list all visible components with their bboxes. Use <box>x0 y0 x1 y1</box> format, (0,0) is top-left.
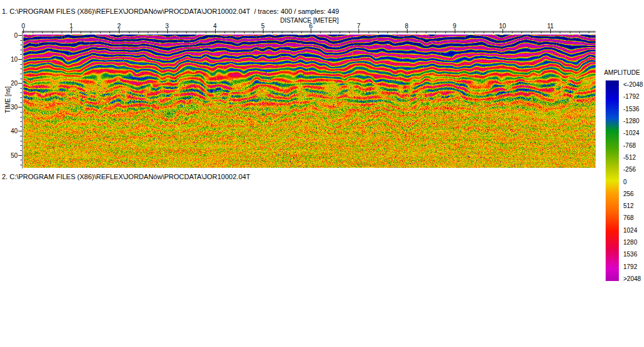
time-major-tick <box>18 59 22 60</box>
amplitude-scale-label: >2048 <box>623 275 641 282</box>
distance-major-tick <box>550 29 551 33</box>
distance-minor-tick <box>426 31 426 33</box>
distance-major-tick <box>311 29 311 33</box>
reflexw-window: 1. C:\PROGRAM FILES (X86)\REFLEX\JORDANó… <box>0 0 644 347</box>
time-minor-tick <box>20 102 22 103</box>
distance-minor-tick <box>320 31 321 33</box>
distance-minor-tick <box>349 31 350 33</box>
amplitude-scale-label: 256 <box>623 190 634 197</box>
time-major-tick <box>18 155 22 156</box>
time-minor-tick <box>20 69 22 69</box>
distance-minor-tick <box>80 31 81 33</box>
amplitude-scale-label: -512 <box>623 154 636 161</box>
distance-minor-tick <box>570 31 570 33</box>
time-tick-label: 10 <box>4 56 18 63</box>
amplitude-scale-label: -768 <box>623 142 636 149</box>
distance-minor-tick <box>340 31 340 33</box>
time-minor-tick <box>20 121 22 122</box>
distance-tick-label: 5 <box>253 23 272 30</box>
distance-minor-tick <box>512 31 513 33</box>
time-minor-tick <box>20 165 22 165</box>
distance-tick-label: 10 <box>493 23 512 30</box>
distance-minor-tick <box>445 31 446 33</box>
distance-minor-tick <box>42 31 43 33</box>
distance-minor-tick <box>148 31 148 33</box>
distance-minor-tick <box>397 31 397 33</box>
distance-minor-tick <box>225 31 225 33</box>
distance-minor-tick <box>435 31 436 33</box>
distance-tick-label: 7 <box>349 23 368 30</box>
distance-minor-tick <box>100 31 101 33</box>
distance-minor-tick <box>129 31 130 33</box>
time-minor-tick <box>20 136 22 136</box>
distance-minor-tick <box>541 31 541 33</box>
distance-minor-tick <box>282 31 282 33</box>
amplitude-scale-label: 0 <box>623 179 627 185</box>
distance-major-tick <box>167 29 168 33</box>
amplitude-scale-label: 1792 <box>623 263 637 270</box>
distance-minor-tick <box>416 31 417 33</box>
distance-minor-tick <box>244 31 245 33</box>
time-minor-tick <box>20 141 22 141</box>
time-major-tick <box>18 107 22 107</box>
distance-major-tick <box>23 29 24 33</box>
distance-minor-tick <box>464 31 465 33</box>
distance-tick-label: 9 <box>445 23 464 30</box>
distance-tick-label: 11 <box>541 23 560 30</box>
time-tick-label: 40 <box>4 128 18 135</box>
distance-minor-tick <box>387 31 388 33</box>
time-minor-tick <box>20 92 22 93</box>
amplitude-scale-label: -1536 <box>623 106 640 113</box>
amplitude-scale-label: -256 <box>623 166 636 173</box>
distance-minor-tick <box>91 31 91 33</box>
time-tick-label: 50 <box>4 152 18 159</box>
time-minor-tick <box>20 150 22 151</box>
amplitude-scale-label: 1280 <box>623 239 637 246</box>
distance-major-tick <box>263 29 264 33</box>
time-minor-tick <box>20 79 22 79</box>
distance-axis-bar <box>22 31 596 33</box>
distance-tick-label: 1 <box>62 23 80 30</box>
time-minor-tick <box>20 117 22 118</box>
distance-minor-tick <box>138 31 139 33</box>
distance-minor-tick <box>52 31 53 33</box>
time-minor-tick <box>20 50 22 50</box>
time-minor-tick <box>20 74 22 74</box>
amplitude-scale-label: 512 <box>623 202 634 209</box>
time-minor-tick <box>20 64 22 65</box>
time-tick-label: 0 <box>4 32 18 39</box>
profile1-path-label: 1. C:\PROGRAM FILES (X86)\REFLEX\JORDANó… <box>2 8 339 15</box>
distance-minor-tick <box>292 31 292 33</box>
distance-minor-tick <box>177 31 177 33</box>
distance-minor-tick <box>531 31 532 33</box>
distance-minor-tick <box>186 31 187 33</box>
distance-major-tick <box>358 29 359 33</box>
distance-major-tick <box>455 29 455 33</box>
distance-tick-label: 8 <box>397 23 416 30</box>
time-minor-tick <box>20 145 22 146</box>
distance-minor-tick <box>378 31 379 33</box>
time-tick-label: 30 <box>4 104 18 111</box>
time-minor-tick <box>20 40 22 41</box>
amplitude-scale-label: <-2048 <box>623 81 643 88</box>
distance-major-tick <box>502 29 503 33</box>
time-minor-tick <box>20 160 22 160</box>
distance-minor-tick <box>157 31 158 33</box>
amplitude-scale-label: 1024 <box>623 227 637 234</box>
distance-major-tick <box>119 29 119 33</box>
time-minor-tick <box>20 54 22 55</box>
time-axis-line <box>22 31 23 168</box>
distance-tick-label: 3 <box>158 23 177 30</box>
distance-minor-tick <box>301 31 302 33</box>
time-major-tick <box>18 83 22 84</box>
time-minor-tick <box>20 45 22 45</box>
time-tick-label: 20 <box>4 80 18 87</box>
amplitude-scale-label: 768 <box>623 214 634 221</box>
time-minor-tick <box>20 97 22 98</box>
distance-tick-label: 2 <box>109 23 128 30</box>
distance-tick-label: 4 <box>206 23 225 30</box>
amplitude-colorbar <box>606 80 619 281</box>
distance-minor-tick <box>206 31 206 33</box>
radargram-canvas[interactable] <box>23 35 596 168</box>
distance-minor-tick <box>272 31 273 33</box>
